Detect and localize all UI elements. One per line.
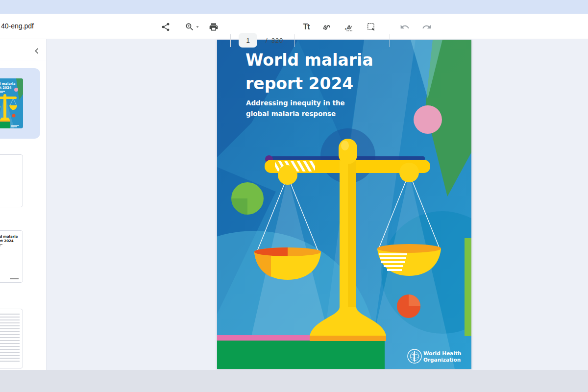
undo-icon [400,22,410,32]
undo-button[interactable] [396,18,414,36]
svg-text:x: x [345,27,347,30]
page-separator: / [266,37,268,44]
draw-icon [322,22,333,32]
share-icon [161,22,171,32]
signature-button[interactable]: x [340,18,358,36]
thumbnail-page-4[interactable] [0,309,23,368]
thumbnail-page-2[interactable] [0,154,23,207]
print-icon [209,22,219,32]
cover-subtitle-line2: global malaria response [246,110,336,118]
page-total: 320 [271,37,284,44]
cover-subtitle-line1: Addressing inequity in the [246,99,345,107]
document-filename: 40-eng.pdf [1,22,34,30]
redo-icon [422,22,432,32]
svg-text:World malaria: World malaria [0,235,18,239]
thumbnail-title-page: World malaria report 2024 [0,231,23,283]
chevron-left-icon [32,47,41,55]
cover-title-line2: report 2024 [245,74,353,93]
thumbnail-page-1[interactable]: World malaria report 2024 [0,78,23,128]
sidebar-divider [0,60,47,60]
svg-text:report 2024: report 2024 [0,239,14,243]
sidebar-collapse-button[interactable] [30,44,44,58]
zoom-menu-caret-icon [195,24,200,30]
zoom-in-icon [185,22,195,32]
thumbnail-page-3[interactable]: World malaria report 2024 [0,230,23,283]
thumbnail-cover-image: World malaria report 2024 [0,78,23,128]
page-number-input[interactable] [239,33,257,48]
toolbar-divider [230,34,231,47]
thumbnail-text-lines [0,314,20,362]
draw-button[interactable] [318,18,336,36]
toolbar-divider [294,34,294,47]
who-logo-line2: Organization [423,357,461,363]
pdf-toolbar: 40-eng.pdf / 320 Tt x [0,14,588,39]
cover-illustration: World Health Organization World malaria … [217,40,471,369]
window-top-strip [0,0,588,14]
who-logo-line1: World Health [423,350,461,356]
text-annotation-icon: Tt [303,23,309,31]
cover-title-line1: World malaria [245,50,373,70]
select-area-icon [366,22,377,32]
print-button[interactable] [205,18,222,36]
toolbar-divider [390,34,390,47]
share-button[interactable] [157,18,174,36]
zoom-button[interactable] [181,18,204,36]
svg-text:report 2024: report 2024 [0,86,12,90]
svg-text:World malaria: World malaria [0,82,15,86]
text-annotation-button[interactable]: Tt [297,18,315,36]
system-shelf: The Weather Channel PDF [0,370,588,392]
pdf-page-cover: World Health Organization World malaria … [217,40,471,369]
redo-button[interactable] [418,18,436,36]
page-count: / 320 [266,37,283,44]
select-area-button[interactable] [363,18,380,36]
signature-icon: x [343,22,354,32]
